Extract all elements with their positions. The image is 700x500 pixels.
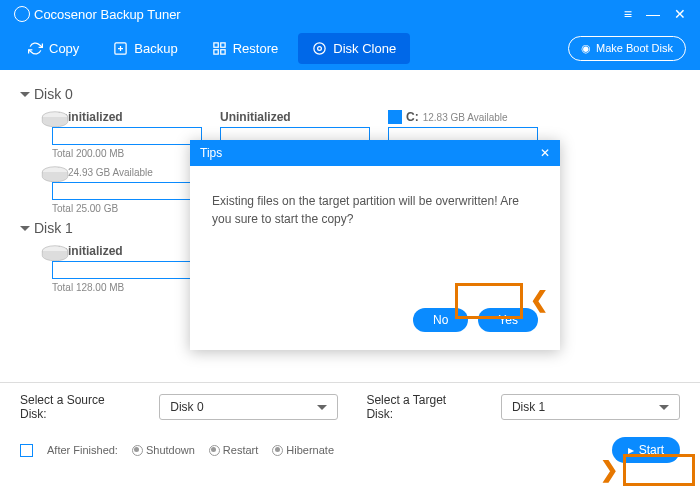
shutdown-radio[interactable]: Shutdown [132,444,195,456]
dialog-close-icon[interactable]: ✕ [540,146,550,160]
disk-0-header[interactable]: Disk 0 [20,86,680,102]
radio-icon [209,445,220,456]
svg-rect-2 [220,42,224,46]
partition-d0-3[interactable]: E:24.93 GB Available Total 25.00 GB [52,165,202,214]
make-boot-disk-button[interactable]: ◉Make Boot Disk [568,36,686,61]
svg-rect-4 [220,49,224,53]
copy-tab[interactable]: Copy [14,33,93,64]
after-finished-checkbox[interactable] [20,444,33,457]
chevron-down-icon [20,226,30,231]
titlebar: Cocosenor Backup Tuner ≡ — ✕ [14,0,686,26]
chevron-down-icon [317,405,327,410]
minimize-icon[interactable]: — [646,6,660,22]
svg-rect-1 [214,42,218,46]
dialog-message: Existing files on the target partition w… [190,166,560,296]
svg-point-6 [318,46,322,50]
restart-radio[interactable]: Restart [209,444,258,456]
app-title: Cocosenor Backup Tuner [14,6,181,22]
windows-icon [388,110,402,124]
chevron-down-icon [659,405,669,410]
svg-point-5 [314,42,325,53]
callout-arrow-icon: ❯ [600,457,618,483]
radio-icon [272,445,283,456]
toolbar: Copy Backup Restore Disk Clone ◉Make Boo… [14,26,686,70]
source-disk-select[interactable]: Disk 0 [159,394,338,420]
plus-box-icon [113,41,128,56]
disk-icon [312,41,327,56]
highlight-start [623,454,695,486]
target-disk-select[interactable]: Disk 1 [501,394,680,420]
chevron-down-icon [20,92,30,97]
dialog-title: Tips [200,146,222,160]
partition-d1-0[interactable]: Uninitialized Total 128.00 MB [52,244,202,293]
target-disk-label: Select a Target Disk: [366,393,473,421]
source-disk-label: Select a Source Disk: [20,393,131,421]
restore-tab[interactable]: Restore [198,33,293,64]
partition-d0-0[interactable]: Uninitialized Total 200.00 MB [52,110,202,159]
highlight-yes [455,283,523,319]
radio-icon [132,445,143,456]
grid-icon [212,41,227,56]
backup-tab[interactable]: Backup [99,33,191,64]
diskclone-tab[interactable]: Disk Clone [298,33,410,64]
refresh-icon [28,41,43,56]
menu-icon[interactable]: ≡ [624,6,632,22]
callout-arrow-icon: ❮ [530,287,548,313]
svg-rect-3 [214,49,218,53]
after-finished-label: After Finished: [47,444,118,456]
hibernate-radio[interactable]: Hibernate [272,444,334,456]
cd-icon: ◉ [581,42,591,55]
close-icon[interactable]: ✕ [674,6,686,22]
